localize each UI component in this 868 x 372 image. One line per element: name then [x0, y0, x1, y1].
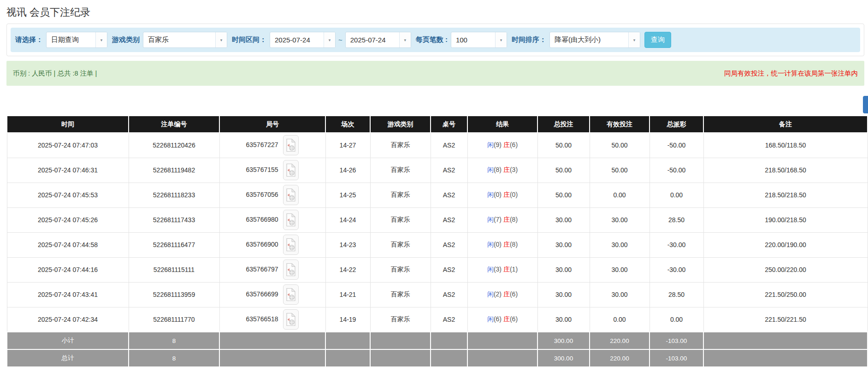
- cell-total-bet: 50.00: [537, 183, 590, 207]
- cell-bet-id: 522681118233: [129, 183, 219, 207]
- cell-session: 14-22: [325, 257, 370, 282]
- video-playback-icon[interactable]: [283, 210, 299, 230]
- filter-panel: 请选择： 日期查询 ▾ 游戏类别 百家乐 ▾ 时间区间： 2025-07-24 …: [6, 24, 864, 56]
- cell-result: 闲(0) 庄(0): [467, 183, 537, 207]
- empty-cell: [219, 349, 325, 367]
- col-header-table-no: 桌号: [431, 116, 467, 133]
- cell-table-no: AS2: [431, 232, 467, 257]
- video-playback-icon[interactable]: [283, 260, 299, 280]
- export-button-partial[interactable]: [863, 96, 868, 113]
- query-type-select[interactable]: 日期查询 ▾: [46, 32, 107, 48]
- cell-bet-id: 522681113959: [129, 282, 219, 307]
- empty-cell: [431, 332, 467, 349]
- cell-game-type: 百家乐: [370, 183, 431, 207]
- table-row: 2025-07-24 07:47:03522681120426635767227…: [7, 133, 868, 158]
- summary-currency-count: 币别 : 人民币 | 总共 :8 注单 |: [13, 69, 97, 78]
- cell-result: 闲(2) 庄(6): [467, 282, 537, 307]
- cell-round: 635767056: [219, 183, 325, 207]
- cell-time: 2025-07-24 07:43:41: [7, 282, 129, 307]
- video-playback-icon[interactable]: [283, 235, 299, 255]
- cell-round: 635766699: [219, 282, 325, 307]
- chevron-down-icon[interactable]: ▾: [215, 32, 227, 47]
- cell-session: 14-21: [325, 282, 370, 307]
- query-type-label: 请选择：: [15, 35, 43, 44]
- empty-cell: [431, 349, 467, 367]
- col-header-game-type: 游戏类别: [370, 116, 431, 133]
- cell-valid-bet: 0.00: [590, 183, 650, 207]
- empty-cell: [703, 332, 868, 349]
- cell-valid-bet: 30.00: [590, 232, 650, 257]
- cell-note: 250.00/220.00: [703, 257, 868, 282]
- cell-total-bet: 50.00: [537, 133, 590, 158]
- chevron-down-icon[interactable]: ▾: [95, 32, 107, 47]
- date-to-value: 2025-07-24: [346, 32, 399, 47]
- table-row: 2025-07-24 07:45:26522681117433635766980…: [7, 207, 868, 232]
- col-header-result: 结果: [467, 116, 537, 133]
- per-page-select[interactable]: 100 ▾: [451, 32, 507, 48]
- cell-time: 2025-07-24 07:46:31: [7, 158, 129, 183]
- cell-payout: -30.00: [650, 232, 703, 257]
- search-button[interactable]: 查询: [644, 32, 671, 48]
- cell-table-no: AS2: [431, 282, 467, 307]
- table-row: 2025-07-24 07:43:41522681113959635766699…: [7, 282, 868, 307]
- cell-bet-id: 522681116477: [129, 232, 219, 257]
- subtotal-label: 小计: [7, 332, 129, 349]
- cell-result: 闲(0) 庄(8): [467, 232, 537, 257]
- cell-valid-bet: 50.00: [590, 133, 650, 158]
- chevron-down-icon[interactable]: ▾: [495, 32, 507, 47]
- time-sort-select[interactable]: 降幂(由大到小) ▾: [549, 32, 640, 48]
- table-row: 2025-07-24 07:42:34522681111770635766518…: [7, 307, 868, 332]
- cell-bet-id: 522681111770: [129, 307, 219, 332]
- col-header-note: 备注: [703, 116, 868, 133]
- game-type-select[interactable]: 百家乐 ▾: [143, 32, 227, 48]
- cell-result: 闲(3) 庄(1): [467, 257, 537, 282]
- video-playback-icon[interactable]: [283, 284, 299, 305]
- total-count: 8: [129, 349, 219, 367]
- cell-session: 14-27: [325, 133, 370, 158]
- table-row: 2025-07-24 07:44:58522681116477635766900…: [7, 232, 868, 257]
- query-type-value: 日期查询: [47, 32, 95, 47]
- video-playback-icon[interactable]: [283, 309, 299, 330]
- col-header-time: 时间: [7, 116, 129, 133]
- empty-cell: [467, 332, 537, 349]
- cell-note: 218.50/168.50: [703, 158, 868, 183]
- cell-valid-bet: 30.00: [590, 207, 650, 232]
- subtotal-payout: -103.00: [650, 332, 703, 349]
- time-sort-label: 时间排序：: [512, 35, 546, 44]
- cell-bet-id: 522681117433: [129, 207, 219, 232]
- col-header-round: 局号: [219, 116, 325, 133]
- cell-payout: -50.00: [650, 158, 703, 183]
- video-playback-icon[interactable]: [283, 160, 299, 180]
- cell-table-no: AS2: [431, 183, 467, 207]
- cell-total-bet: 30.00: [537, 282, 590, 307]
- chevron-down-icon[interactable]: ▾: [628, 32, 640, 47]
- cell-note: 190.00/218.50: [703, 207, 868, 232]
- cell-total-bet: 30.00: [537, 207, 590, 232]
- cell-payout: 28.50: [650, 207, 703, 232]
- table-header-row: 时间 注单编号 局号 场次 游戏类别 桌号 结果 总投注 有效投注 总派彩 备注: [7, 116, 868, 133]
- cell-payout: 28.50: [650, 282, 703, 307]
- cell-round: 635767155: [219, 158, 325, 183]
- date-from-picker[interactable]: 2025-07-24 ▾: [270, 32, 336, 48]
- chevron-down-icon[interactable]: ▾: [324, 32, 335, 47]
- betting-records-table: 时间 注单编号 局号 场次 游戏类别 桌号 结果 总投注 有效投注 总派彩 备注…: [6, 115, 868, 367]
- page-title: 视讯 会员下注纪录: [6, 6, 868, 19]
- date-to-picker[interactable]: 2025-07-24 ▾: [345, 32, 411, 48]
- cell-round: 635766797: [219, 257, 325, 282]
- game-type-label: 游戏类别: [112, 35, 140, 44]
- empty-cell: [325, 349, 370, 367]
- per-page-label: 每页笔数 :: [416, 35, 448, 44]
- video-playback-icon[interactable]: [283, 135, 299, 155]
- cell-total-bet: 30.00: [537, 307, 590, 332]
- cell-time: 2025-07-24 07:42:34: [7, 307, 129, 332]
- cell-game-type: 百家乐: [370, 207, 431, 232]
- cell-game-type: 百家乐: [370, 307, 431, 332]
- video-playback-icon[interactable]: [283, 185, 299, 205]
- cell-payout: -50.00: [650, 133, 703, 158]
- filter-bar: 请选择： 日期查询 ▾ 游戏类别 百家乐 ▾ 时间区间： 2025-07-24 …: [11, 28, 860, 52]
- empty-cell: [325, 332, 370, 349]
- cell-result: 闲(9) 庄(6): [467, 133, 537, 158]
- cell-round: 635766980: [219, 207, 325, 232]
- chevron-down-icon[interactable]: ▾: [399, 32, 411, 47]
- cell-table-no: AS2: [431, 207, 467, 232]
